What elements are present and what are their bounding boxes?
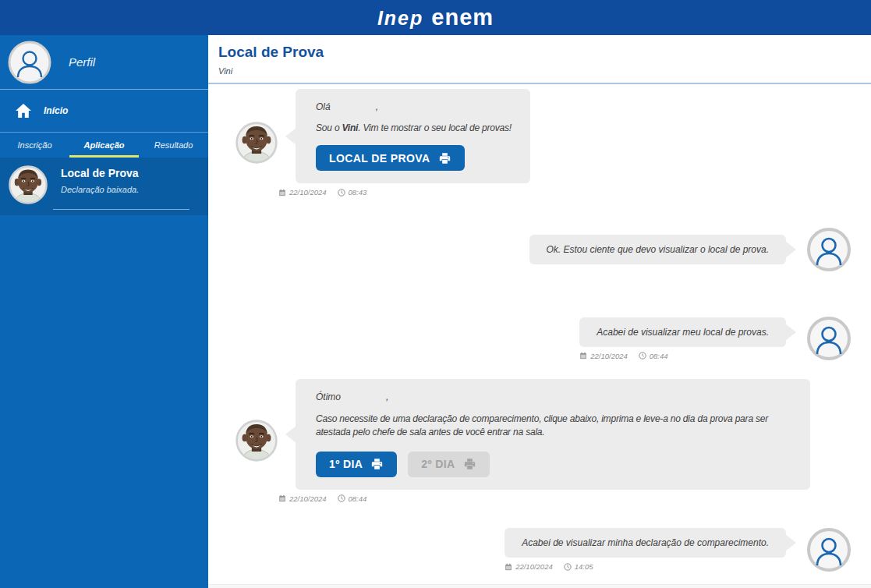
- bot-message-row: Olá , Sou o Vini. Vim te mostrar o seu l…: [235, 89, 851, 197]
- user-message-row: Acabei de visualizar minha declaração de…: [235, 528, 851, 572]
- user-avatar: [807, 228, 851, 271]
- sidebar-item-perfil[interactable]: Perfil: [0, 35, 208, 90]
- printer-icon: [438, 152, 451, 165]
- page-title: Local de Prova: [218, 44, 871, 61]
- conversation-subtitle: Declaração baixada.: [61, 185, 139, 194]
- sidebar: Perfil Início Inscrição Aplicação Result…: [0, 35, 208, 588]
- enem-logo-text: enem: [431, 5, 494, 30]
- calendar-icon: [278, 189, 286, 197]
- tab-inscricao[interactable]: Inscrição: [0, 133, 69, 158]
- button-label: 2º DIA: [421, 458, 455, 470]
- profile-label: Perfil: [69, 55, 95, 69]
- message-timestamp: 22/10/2024 08:44: [579, 352, 807, 360]
- conversation-divider: [53, 209, 189, 210]
- vini-chat-avatar: [235, 121, 278, 165]
- message-time: 14:05: [575, 562, 593, 571]
- message-timestamp: 22/10/2024 08:43: [278, 188, 530, 197]
- greeting-punct: ,: [386, 391, 388, 402]
- dia-2-button-disabled: 2º DIA: [408, 452, 489, 477]
- message-text: Acabei de visualizar meu local de provas…: [597, 327, 769, 338]
- user-avatar: [807, 317, 851, 360]
- inep-enem-logo: Inep enem: [377, 5, 494, 30]
- message-text: Sou o: [316, 122, 342, 133]
- main-content: Local de Prova Vini: [208, 35, 871, 588]
- clock-icon: [639, 352, 646, 360]
- greeting-text: Ótimo: [316, 391, 341, 402]
- message-text: Ok. Estou ciente que devo visualizar o l…: [547, 244, 770, 255]
- message-time: 08:44: [650, 352, 668, 360]
- chat-header: Local de Prova Vini: [208, 35, 871, 84]
- message-text: Acabei de visualizar minha declaração de…: [522, 537, 769, 548]
- local-de-prova-button[interactable]: LOCAL DE PROVA: [316, 145, 465, 171]
- message-date: 22/10/2024: [289, 494, 327, 503]
- greeting-text: Olá: [316, 101, 331, 112]
- message-date: 22/10/2024: [289, 188, 327, 197]
- home-icon: [15, 103, 32, 119]
- clock-icon: [338, 494, 345, 502]
- vini-avatar: [8, 165, 48, 205]
- message-timestamp: 22/10/2024 14:05: [505, 562, 807, 571]
- user-message-bubble: Acabei de visualizar minha declaração de…: [505, 528, 786, 558]
- clock-icon: [338, 189, 345, 197]
- clock-icon: [564, 563, 572, 571]
- sidebar-item-inicio-label: Início: [44, 105, 68, 116]
- sidebar-tabs: Inscrição Aplicação Resultado: [0, 133, 208, 158]
- user-message-row: Ok. Estou ciente que devo visualizar o l…: [235, 228, 851, 271]
- top-header-bar: Inep enem: [0, 0, 871, 35]
- tab-aplicacao[interactable]: Aplicação: [69, 133, 139, 158]
- message-text: Caso necessite de uma declaração de comp…: [316, 413, 791, 440]
- message-date: 22/10/2024: [515, 562, 553, 571]
- bot-message-bubble: Olá , Sou o Vini. Vim te mostrar o seu l…: [296, 89, 530, 183]
- conversation-item-local-de-prova[interactable]: Local de Prova Declaração baixada.: [0, 158, 208, 215]
- vini-chat-avatar: [235, 419, 278, 462]
- profile-avatar: [8, 41, 51, 84]
- user-message-row: Acabei de visualizar meu local de provas…: [235, 317, 851, 360]
- printer-icon: [370, 458, 384, 470]
- inep-logo-text: Inep: [377, 7, 423, 30]
- user-avatar: [807, 528, 851, 572]
- user-message-bubble: Acabei de visualizar meu local de provas…: [579, 317, 786, 347]
- conversation-title: Local de Prova: [61, 167, 139, 179]
- button-label: 1º DIA: [329, 458, 363, 470]
- message-text: . Vim te mostrar o seu local de provas!: [358, 122, 512, 133]
- bot-message-bubble: Ótimo , Caso necessite de uma declaração…: [296, 379, 810, 490]
- bot-message-row: Ótimo , Caso necessite de uma declaração…: [235, 379, 851, 503]
- message-time: 08:43: [349, 188, 367, 197]
- greeting-punct: ,: [376, 101, 378, 112]
- bottom-strip: [208, 584, 871, 588]
- calendar-icon: [278, 494, 286, 502]
- assistant-name-bold: Vini: [342, 122, 359, 133]
- sidebar-item-inicio[interactable]: Início: [0, 90, 208, 133]
- assistant-name: Vini: [218, 66, 871, 76]
- message-time: 08:44: [349, 494, 367, 503]
- message-timestamp: 22/10/2024 08:44: [278, 494, 810, 503]
- button-label: LOCAL DE PROVA: [329, 152, 430, 165]
- calendar-icon: [579, 352, 587, 360]
- printer-icon: [463, 458, 476, 470]
- user-message-bubble: Ok. Estou ciente que devo visualizar o l…: [529, 235, 787, 264]
- chat-area: Olá , Sou o Vini. Vim te mostrar o seu l…: [208, 84, 871, 584]
- message-date: 22/10/2024: [590, 352, 628, 360]
- tab-resultado[interactable]: Resultado: [139, 133, 208, 158]
- calendar-icon: [505, 563, 512, 571]
- dia-1-button[interactable]: 1º DIA: [316, 452, 397, 477]
